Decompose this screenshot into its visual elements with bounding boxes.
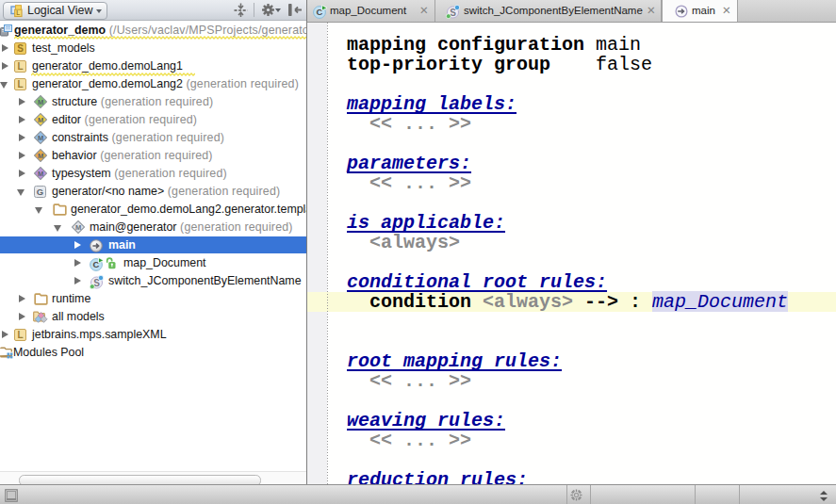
svg-text:M: M <box>38 169 43 177</box>
svg-text:L: L <box>17 79 23 89</box>
svg-text:L: L <box>17 61 23 72</box>
svg-text:S: S <box>17 43 24 54</box>
svg-text:M: M <box>38 115 43 123</box>
svg-text:L: L <box>16 9 20 16</box>
svg-text:L: L <box>17 330 23 340</box>
svg-text:G: G <box>37 187 43 197</box>
svg-text:M: M <box>38 151 43 159</box>
svg-text:M: M <box>75 222 81 231</box>
svg-text:M: M <box>38 97 43 106</box>
svg-text:M: M <box>38 133 43 141</box>
